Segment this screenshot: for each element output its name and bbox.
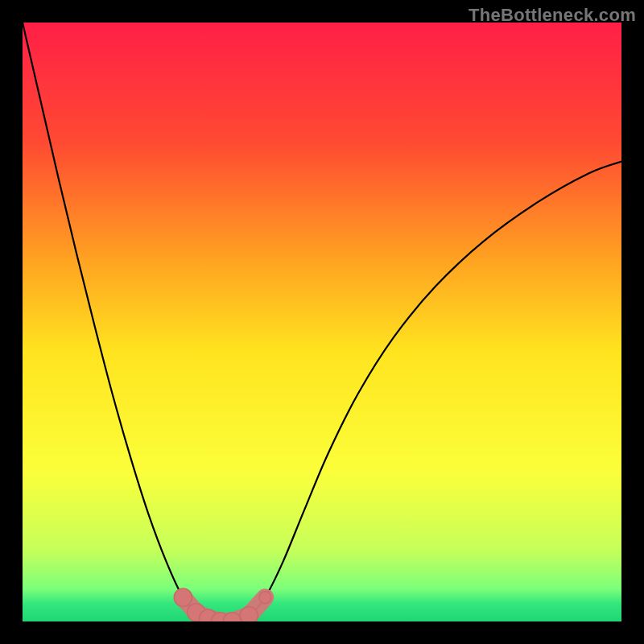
chart-frame: TheBottleneck.com [0, 0, 644, 644]
highlight-dot [240, 606, 258, 621]
watermark-text: TheBottleneck.com [469, 5, 636, 26]
gradient-background [23, 23, 621, 621]
highlight-dot [259, 592, 271, 604]
plot-area [23, 23, 621, 621]
chart-svg [23, 23, 621, 621]
highlight-dot [174, 588, 192, 606]
